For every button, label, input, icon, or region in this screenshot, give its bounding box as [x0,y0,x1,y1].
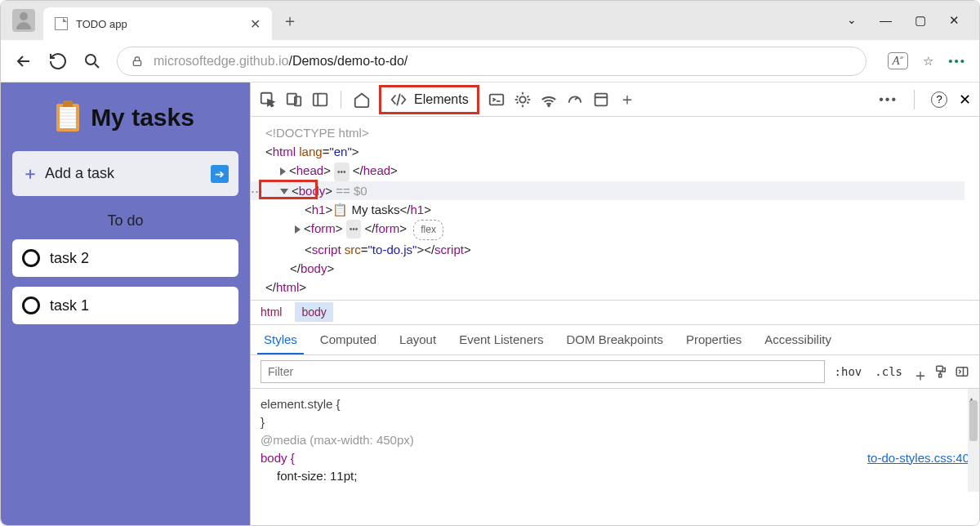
subtab-dom-breakpoints[interactable]: DOM Breakpoints [567,332,663,346]
back-button[interactable] [14,51,33,71]
new-tab-button[interactable]: ＋ [282,10,298,32]
task-item[interactable]: task 1 [12,287,238,324]
profile-avatar[interactable] [12,9,35,32]
url-field[interactable]: microsoftedge.github.io/Demos/demo-to-do… [117,47,866,76]
reader-mode-icon[interactable]: A» [888,52,909,69]
elements-tab-label: Elements [414,92,469,107]
add-task-placeholder: Add a task [45,165,204,182]
task-label: task 2 [50,250,89,267]
svg-point-7 [519,96,525,102]
add-task-input[interactable]: ＋ Add a task ➔ [12,151,238,196]
browser-titlebar: TODO app ✕ ＋ ⌄ ― ▢ ✕ [1,1,979,40]
close-tab-icon[interactable]: ✕ [250,16,261,32]
task-checkbox[interactable] [22,296,40,314]
svg-rect-9 [595,93,607,105]
cls-toggle[interactable]: .cls [871,363,906,380]
new-style-rule-icon[interactable]: ＋ [912,364,927,379]
maximize-icon[interactable]: ▢ [915,13,926,28]
page-favicon [55,17,68,30]
subtab-styles[interactable]: Styles [264,332,297,346]
subtab-computed[interactable]: Computed [320,332,376,346]
flex-badge[interactable]: flex [413,220,443,240]
devtools-tabs: Elements ＋ ••• ? ✕ [251,82,979,117]
elements-tab[interactable]: Elements [379,85,479,114]
plus-icon: ＋ [22,163,38,185]
styles-filter-row: :hov .cls ＋ [251,355,979,389]
minimize-icon[interactable]: ― [880,13,892,28]
svg-rect-12 [956,367,968,376]
section-heading: To do [12,212,238,230]
device-toggle-icon[interactable] [285,91,303,109]
welcome-tab-icon[interactable] [353,91,371,109]
element-actions-icon[interactable]: ⋯ [251,181,263,200]
more-tabs-icon[interactable]: ＋ [618,91,636,109]
task-item[interactable]: task 2 [12,239,238,277]
svg-rect-6 [489,94,503,105]
subtab-properties[interactable]: Properties [686,332,742,346]
scrollbar[interactable]: ▴ [968,389,979,492]
panel-layout-icon[interactable] [311,91,329,109]
svg-rect-10 [937,366,943,371]
tab-title: TODO app [76,18,242,30]
submit-task-button[interactable]: ➔ [211,165,229,183]
svg-rect-1 [133,60,140,65]
task-checkbox[interactable] [22,249,40,267]
styles-subtabs: Styles Computed Layout Event Listeners D… [251,324,979,355]
styles-pane[interactable]: element.style { } @media (max-width: 450… [251,389,979,492]
close-devtools-icon[interactable]: ✕ [959,91,971,109]
close-window-icon[interactable]: ✕ [949,13,960,28]
address-bar: microsoftedge.github.io/Demos/demo-to-do… [1,40,979,82]
application-tab-icon[interactable] [592,91,610,109]
more-menu-icon[interactable]: ••• [948,54,966,68]
styles-filter-input[interactable] [261,360,825,383]
svg-point-8 [548,105,550,106]
window-controls: ⌄ ― ▢ ✕ [847,13,973,28]
inspect-element-icon[interactable] [259,91,277,109]
paint-icon[interactable] [933,364,948,379]
url-text: microsoftedge.github.io/Demos/demo-to-do… [154,54,408,69]
refresh-button[interactable] [48,51,68,71]
task-label: task 1 [50,297,89,314]
subtab-accessibility[interactable]: Accessibility [764,332,831,346]
lock-icon [131,55,144,68]
browser-tab[interactable]: TODO app ✕ [43,7,272,40]
svg-point-0 [86,55,96,65]
subtab-layout[interactable]: Layout [399,332,436,346]
svg-rect-5 [314,93,327,105]
network-tab-icon[interactable] [540,91,558,109]
breadcrumb-item[interactable]: html [261,305,282,319]
console-tab-icon[interactable] [488,91,506,109]
computed-panel-icon[interactable] [955,364,969,379]
help-icon[interactable]: ? [931,91,947,108]
search-icon[interactable] [82,51,102,71]
app-heading: My tasks [91,104,194,132]
breadcrumb-item[interactable]: body [295,302,332,322]
subtab-event-listeners[interactable]: Event Listeners [459,332,543,346]
svg-rect-11 [939,374,942,377]
clipboard-icon [56,104,79,132]
performance-tab-icon[interactable] [566,91,584,109]
devtools-panel: Elements ＋ ••• ? ✕ <!DOCTYPE html> <html… [251,82,979,525]
sources-tab-icon[interactable] [514,91,532,109]
todo-app-pane: My tasks ＋ Add a task ➔ To do task 2 tas… [1,82,251,525]
dom-breadcrumb: html body [251,300,979,324]
dom-tree[interactable]: <!DOCTYPE html> <html lang="en"> <head> … [251,117,979,300]
chevron-down-icon[interactable]: ⌄ [847,13,857,28]
stylesheet-link[interactable]: to-do-styles.css:40 [867,449,969,467]
devtools-more-icon[interactable]: ••• [879,92,898,107]
favorite-icon[interactable]: ☆ [923,54,933,69]
hov-toggle[interactable]: :hov [831,363,866,380]
